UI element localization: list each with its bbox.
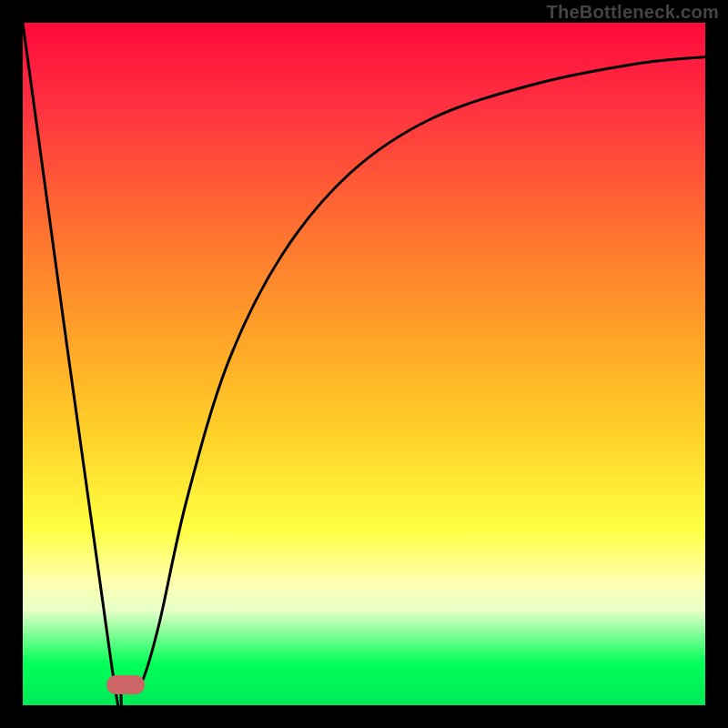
plot-area [23,23,705,705]
bottleneck-curve [23,23,705,718]
chart-stage: TheBottleneck.com [0,0,728,728]
curve-svg [23,23,705,705]
optimum-marker [106,675,145,695]
attribution-label: TheBottleneck.com [546,2,719,23]
